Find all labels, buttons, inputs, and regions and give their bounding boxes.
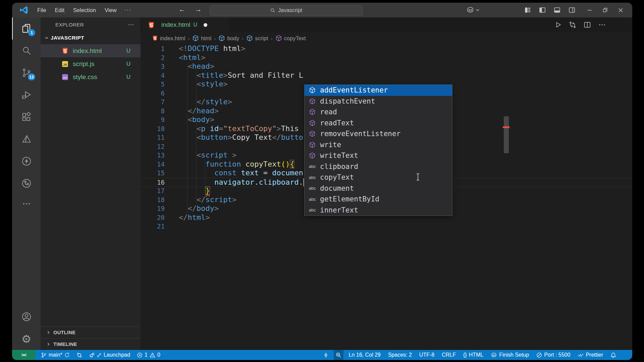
- code-line-1[interactable]: 1<!DOCTYPE html>: [141, 44, 632, 53]
- close-icon[interactable]: [618, 7, 624, 13]
- suggestion-innerText[interactable]: abcinnerText: [305, 205, 452, 216]
- minimize-icon[interactable]: [587, 7, 592, 13]
- file-row-index.html[interactable]: index.htmlU: [41, 44, 141, 57]
- copilot-status-item[interactable]: Finish Setup: [489, 350, 531, 360]
- explorer-more-icon[interactable]: ⋯: [128, 21, 135, 28]
- encoding-item[interactable]: UTF-8: [417, 350, 436, 360]
- command-center-search[interactable]: Javascript: [210, 5, 363, 16]
- code-line-4[interactable]: 4 <title>Sort and Filter L: [141, 71, 632, 80]
- toggle-secondary-sidebar-icon[interactable]: [568, 6, 576, 14]
- eol-item[interactable]: CRLF: [440, 350, 458, 360]
- code-line-3[interactable]: 3 <head>: [141, 62, 632, 71]
- split-editor-icon[interactable]: [583, 21, 591, 29]
- panel-header-timeline[interactable]: TIMELINE: [41, 338, 141, 350]
- customize-layout-icon[interactable]: [524, 6, 531, 14]
- more-activity-icon[interactable]: [12, 194, 41, 213]
- breadcrumb-html[interactable]: html: [192, 35, 211, 42]
- suggestion-removeEventListener[interactable]: removeEventListener: [305, 128, 452, 139]
- menu-selection[interactable]: Selection: [69, 6, 100, 14]
- menu-edit[interactable]: Edit: [51, 6, 69, 14]
- language-label: HTML: [469, 352, 484, 358]
- suggestion-getElementById[interactable]: abcgetElementById: [305, 194, 452, 205]
- port-item[interactable]: Port : 5500: [534, 350, 572, 360]
- modified-dot-icon[interactable]: [204, 23, 207, 27]
- notifications-item[interactable]: [608, 350, 618, 360]
- indentation-item[interactable]: Spaces: 2: [386, 350, 414, 360]
- run-debug-activity-icon[interactable]: [12, 84, 41, 106]
- suggestion-write[interactable]: write: [305, 139, 452, 150]
- search-activity-icon[interactable]: [12, 40, 41, 62]
- line-number: 15: [141, 169, 165, 178]
- file-row-script.js[interactable]: JSscript.jsU: [41, 57, 141, 70]
- toggle-panel-icon[interactable]: [553, 6, 561, 14]
- menu-file[interactable]: File: [33, 6, 51, 14]
- launchpad-item[interactable]: Launchpad: [87, 350, 132, 360]
- symbol-method-icon: [309, 130, 316, 137]
- nav-back-icon[interactable]: ←: [177, 5, 187, 13]
- scrollbar-thumb[interactable]: [504, 116, 509, 153]
- cursor-position-label: Ln 16, Col 29: [349, 352, 381, 358]
- file-name: script.js: [73, 60, 94, 68]
- nav-forward-icon[interactable]: →: [193, 5, 203, 13]
- warning-icon: [150, 352, 155, 358]
- line-number: 9: [141, 115, 165, 124]
- breadcrumb-copyText[interactable]: copyText: [275, 35, 306, 42]
- breadcrumb-script[interactable]: script: [246, 35, 268, 42]
- code-editor[interactable]: 1<!DOCTYPE html>2<html>3 <head>4 <title>…: [141, 44, 632, 350]
- problems-item[interactable]: 1 0: [135, 350, 162, 360]
- compare-branch-item[interactable]: [74, 350, 84, 360]
- explorer-activity-icon[interactable]: 1: [12, 17, 41, 40]
- file-row-style.css[interactable]: cssstyle.cssU: [41, 70, 141, 83]
- editor-more-actions-icon[interactable]: [598, 21, 606, 29]
- cursor-position-item[interactable]: Ln 16, Col 29: [347, 350, 383, 360]
- copilot-icon[interactable]: [466, 6, 474, 14]
- prism-extension-icon[interactable]: [12, 128, 41, 150]
- screencast-item[interactable]: [321, 350, 330, 360]
- restore-icon[interactable]: [602, 7, 608, 13]
- suggestion-writeText[interactable]: writeText: [305, 150, 452, 161]
- suggestion-readText[interactable]: readText: [305, 118, 452, 129]
- suggestion-label: dispatchEvent: [320, 97, 375, 105]
- suggestion-document[interactable]: abcdocument: [305, 183, 452, 194]
- symbol-method-icon: [309, 86, 316, 94]
- suggestion-addEventListener[interactable]: addEventListener: [305, 85, 452, 96]
- source-control-badge: 12: [28, 73, 35, 80]
- copilot-chevron-icon[interactable]: [476, 8, 480, 12]
- tab-index-html[interactable]: index.html U: [142, 17, 229, 32]
- code-line-21[interactable]: 21: [141, 222, 632, 231]
- breadcrumb-index.html[interactable]: index.html: [152, 35, 185, 42]
- gitlens-icon[interactable]: [12, 172, 41, 194]
- suggestion-dispatchEvent[interactable]: dispatchEvent: [305, 96, 452, 107]
- tab-label: index.html: [161, 21, 191, 28]
- prettier-item[interactable]: Prettier: [576, 350, 605, 360]
- suggestion-copyText[interactable]: abccopyText: [305, 172, 452, 183]
- symbol-method-icon: [309, 141, 316, 148]
- chevron-right-icon: [46, 330, 51, 335]
- git-untracked-badge: U: [126, 74, 130, 80]
- line-number: 14: [141, 160, 165, 169]
- source-control-activity-icon[interactable]: 12: [12, 62, 41, 84]
- scrollbar-error-marker: [503, 126, 509, 128]
- folder-row-javascript[interactable]: JAVASCRIPT: [41, 32, 141, 44]
- settings-gear-icon[interactable]: ⚙: [12, 328, 41, 350]
- git-branch-item[interactable]: main*: [39, 350, 72, 360]
- panel-header-outline[interactable]: OUTLINE: [41, 326, 141, 338]
- toggle-sidebar-icon[interactable]: [539, 6, 546, 14]
- open-changes-icon[interactable]: [569, 21, 577, 29]
- thunder-client-icon[interactable]: [12, 150, 41, 172]
- menu-view[interactable]: View: [100, 6, 121, 14]
- account-icon[interactable]: [12, 306, 41, 328]
- mouse-ibeam-cursor: [416, 173, 420, 181]
- svg-text:css: css: [63, 76, 68, 79]
- run-button[interactable]: [554, 21, 562, 28]
- menu-more-button[interactable]: ···: [121, 6, 135, 14]
- symbol-cube-icon: [192, 35, 199, 42]
- suggestion-clipboard[interactable]: abcclipboard: [305, 161, 452, 172]
- breadcrumb-body[interactable]: body: [218, 35, 239, 42]
- language-mode-item[interactable]: {} HTML: [461, 350, 485, 360]
- suggestion-read[interactable]: read: [305, 107, 452, 118]
- code-line-2[interactable]: 2<html>: [141, 53, 632, 62]
- zoom-status-item[interactable]: [334, 350, 343, 360]
- remote-indicator[interactable]: ><: [12, 350, 36, 360]
- extensions-activity-icon[interactable]: [12, 106, 41, 128]
